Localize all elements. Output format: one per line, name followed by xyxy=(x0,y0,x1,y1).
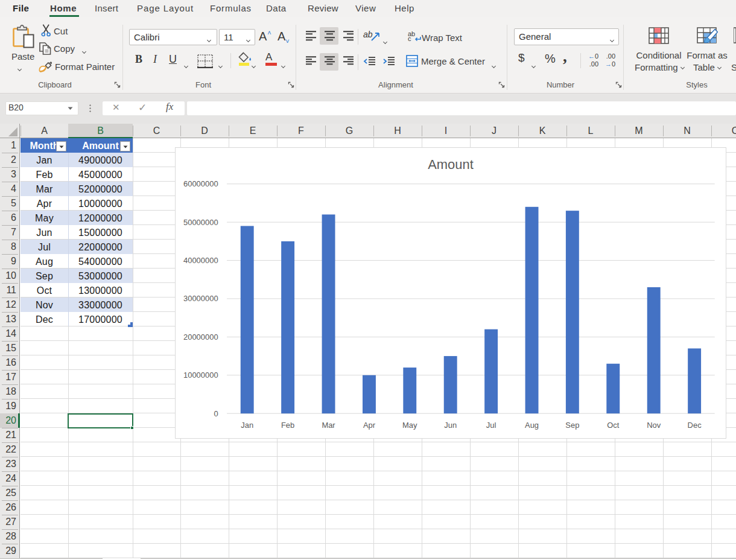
svg-text:20000000: 20000000 xyxy=(183,332,218,342)
svg-text:50000000: 50000000 xyxy=(183,218,218,227)
svg-text:Apr: Apr xyxy=(363,421,376,430)
svg-text:60000000: 60000000 xyxy=(183,179,218,188)
svg-text:Mar: Mar xyxy=(322,421,335,430)
svg-text:May: May xyxy=(402,421,417,430)
svg-text:Feb: Feb xyxy=(281,421,294,430)
svg-text:Jul: Jul xyxy=(486,421,496,430)
svg-text:Amount: Amount xyxy=(428,157,473,172)
svg-text:0: 0 xyxy=(214,409,218,418)
svg-text:Jun: Jun xyxy=(444,421,457,430)
svg-text:Sep: Sep xyxy=(565,421,579,430)
svg-text:40000000: 40000000 xyxy=(183,256,218,265)
svg-text:Nov: Nov xyxy=(647,421,661,430)
svg-text:30000000: 30000000 xyxy=(183,294,218,303)
svg-text:10000000: 10000000 xyxy=(183,371,218,380)
svg-text:Jan: Jan xyxy=(241,421,253,430)
svg-text:Oct: Oct xyxy=(607,421,620,430)
svg-text:Dec: Dec xyxy=(688,421,702,430)
svg-text:Aug: Aug xyxy=(525,421,539,430)
